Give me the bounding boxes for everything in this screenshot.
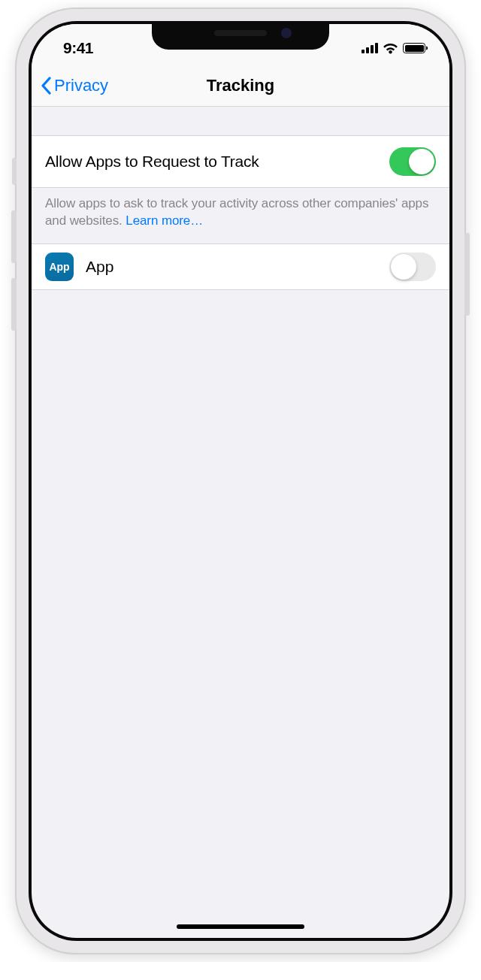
home-indicator[interactable] xyxy=(177,924,304,929)
wifi-icon xyxy=(383,43,398,54)
mute-switch[interactable] xyxy=(12,158,17,185)
nav-bar: Privacy Tracking xyxy=(32,65,449,107)
learn-more-link[interactable]: Learn more… xyxy=(126,213,203,228)
back-label: Privacy xyxy=(54,76,108,95)
footer-text: Allow apps to ask to track your activity… xyxy=(45,196,428,228)
power-button[interactable] xyxy=(464,233,470,316)
app-row: App App xyxy=(32,243,449,290)
status-icons xyxy=(362,43,425,54)
phone-frame: 9:41 xyxy=(15,8,466,954)
app-tracking-toggle[interactable] xyxy=(389,253,436,281)
phone-bezel: 9:41 xyxy=(29,21,452,941)
notch xyxy=(152,21,329,50)
content: Allow Apps to Request to Track Allow app… xyxy=(32,107,449,290)
allow-request-toggle[interactable] xyxy=(389,147,436,176)
status-time: 9:41 xyxy=(63,39,93,57)
chevron-left-icon xyxy=(41,77,51,95)
volume-down-button[interactable] xyxy=(11,278,17,331)
allow-request-row: Allow Apps to Request to Track xyxy=(32,135,449,188)
allow-request-label: Allow Apps to Request to Track xyxy=(45,153,259,171)
battery-icon xyxy=(403,43,425,53)
volume-up-button[interactable] xyxy=(11,210,17,263)
cellular-icon xyxy=(362,43,378,53)
back-button[interactable]: Privacy xyxy=(41,76,108,95)
app-name: App xyxy=(86,258,377,276)
app-icon: App xyxy=(45,253,74,281)
allow-request-footer: Allow apps to ask to track your activity… xyxy=(32,188,449,243)
screen: 9:41 xyxy=(32,24,449,938)
